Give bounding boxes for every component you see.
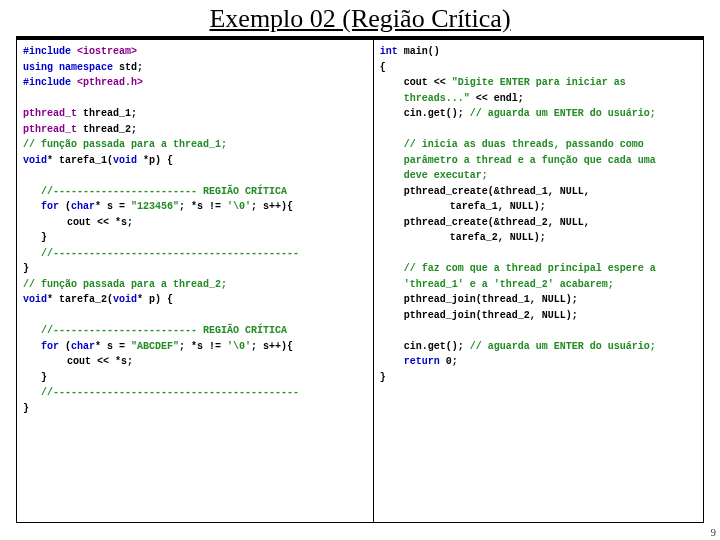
page-number: 9	[711, 526, 717, 538]
title-bar: Exemplo 02 (Região Crítica)	[16, 0, 704, 39]
slide: Exemplo 02 (Região Crítica) #include <io…	[0, 0, 720, 540]
code-columns: #include <iostream> using namespace std;…	[16, 39, 704, 523]
code-left: #include <iostream> using namespace std;…	[17, 40, 374, 522]
page-title: Exemplo 02 (Região Crítica)	[16, 4, 704, 34]
code-right: int main() { cout << "Digite ENTER para …	[374, 40, 703, 522]
